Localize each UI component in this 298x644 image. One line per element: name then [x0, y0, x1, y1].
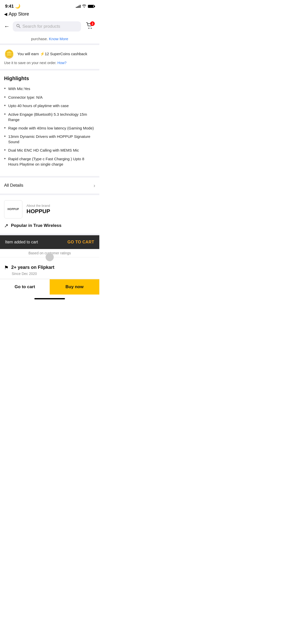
supercoins-section: 🪙 You will earn ⚡12 SuperCoins cashback … [0, 45, 99, 70]
bullet-icon: • [4, 103, 6, 109]
wifi-icon [82, 4, 86, 8]
trending-icon: ↗ [4, 223, 8, 229]
highlight-item: •Rage mode with 40ms low latency (Gaming… [4, 125, 95, 131]
brand-name: HOPPUP [26, 208, 50, 215]
bullet-icon: • [4, 134, 6, 139]
svg-point-2 [88, 28, 89, 29]
svg-line-1 [19, 27, 20, 28]
highlight-item: •13mm Dynamic Drivers with HOPPUP Signat… [4, 134, 95, 144]
svg-point-3 [91, 28, 92, 29]
bullet-icon: • [4, 125, 6, 131]
partial-banner: purchase. Know More [0, 34, 99, 45]
status-icons [76, 4, 94, 8]
highlight-item: •Upto 40 hours of playtime with case [4, 103, 95, 109]
supercoins-row: 🪙 You will earn ⚡12 SuperCoins cashback [4, 49, 95, 59]
go-to-cart-button[interactable]: Go to cart [0, 279, 50, 295]
search-placeholder: Search for products [22, 24, 60, 29]
flipkart-since: Since Dec 2020 [12, 272, 95, 276]
chevron-right-icon: › [93, 183, 95, 188]
all-details-label: All Details [4, 183, 23, 188]
all-details-row[interactable]: All Details › [0, 178, 99, 195]
home-indicator [0, 295, 99, 303]
highlight-item: •Active Engage (Bluetooth) 5.3 technolog… [4, 112, 95, 122]
app-store-label: App Store [9, 11, 29, 17]
highlight-item: •Dual Mic ENC HD Calling with MEMS Mic [4, 148, 95, 153]
go-to-cart-toast-button[interactable]: GO TO CART [67, 240, 94, 244]
cart-toast: Item added to cart GO TO CART [0, 235, 99, 249]
bullet-icon: • [4, 112, 6, 117]
status-bar: 9:41 🌙 [0, 0, 99, 10]
cart-badge: 2 [90, 21, 95, 26]
scroll-dot [46, 253, 54, 261]
back-arrow-icon[interactable]: ← [4, 23, 10, 30]
time-text: 9:41 [5, 4, 14, 9]
moon-icon: 🌙 [15, 4, 20, 9]
brand-info: About the brand HOPPUP [26, 204, 50, 215]
brand-logo-box: HOPPUP [4, 200, 22, 218]
highlight-item: •Connector type: N/A [4, 95, 95, 100]
popular-row: ↗ Popular in True Wireless [4, 223, 95, 229]
supercoins-text: You will earn ⚡12 SuperCoins cashback [17, 52, 87, 56]
home-bar [34, 298, 65, 299]
highlight-item: •With Mic:Yes [4, 86, 95, 92]
bullet-icon: • [4, 86, 6, 92]
supercoins-icon: 🪙 [4, 49, 14, 59]
bottom-action-bar: Go to cart Buy now [0, 279, 99, 295]
partial-text: purchase. [31, 37, 48, 41]
battery-icon [88, 5, 94, 8]
cart-toast-text: Item added to cart [5, 240, 38, 244]
brand-about-label: About the brand [26, 204, 50, 208]
brand-row: HOPPUP About the brand HOPPUP [4, 200, 95, 218]
buy-now-button[interactable]: Buy now [50, 279, 99, 295]
know-more-link[interactable]: Know More [49, 37, 68, 41]
bullet-icon: • [4, 148, 6, 153]
signal-icon [76, 5, 80, 8]
highlights-section: Highlights •With Mic:Yes•Connector type:… [0, 70, 99, 178]
highlights-list: •With Mic:Yes•Connector type: N/A•Upto 4… [4, 86, 95, 167]
highlights-title: Highlights [4, 76, 95, 81]
highlight-item: •Rapid charge (Type c Fast Charging ) Up… [4, 156, 95, 167]
search-bar[interactable]: Search for products [13, 21, 81, 32]
flipkart-years: 2+ years on Flipkart [11, 265, 55, 270]
supercoins-secondary: Use it to save on your next order. How? [4, 61, 95, 65]
search-icon [16, 24, 20, 29]
app-store-nav: ◀ App Store [0, 10, 99, 19]
popular-label: Popular in True Wireless [11, 223, 61, 228]
brand-logo-text: HOPPUP [7, 208, 19, 211]
brand-section: HOPPUP About the brand HOPPUP ↗ Popular … [0, 195, 99, 235]
cart-button[interactable]: 2 [84, 21, 95, 32]
bullet-icon: • [4, 95, 6, 100]
status-time: 9:41 🌙 [5, 4, 20, 9]
flag-icon: ⚑ [4, 265, 9, 271]
supercoins-save-text: Use it to save on your next order. [4, 61, 56, 65]
flipkart-row: ⚑ 2+ years on Flipkart [4, 265, 95, 271]
search-bar-row: ← Search for products 2 [0, 19, 99, 34]
back-arrow-appstore-icon[interactable]: ◀ [4, 12, 7, 17]
bullet-icon: • [4, 156, 6, 162]
ratings-banner: Based on customer ratings [0, 249, 99, 257]
how-link[interactable]: How? [57, 61, 66, 65]
